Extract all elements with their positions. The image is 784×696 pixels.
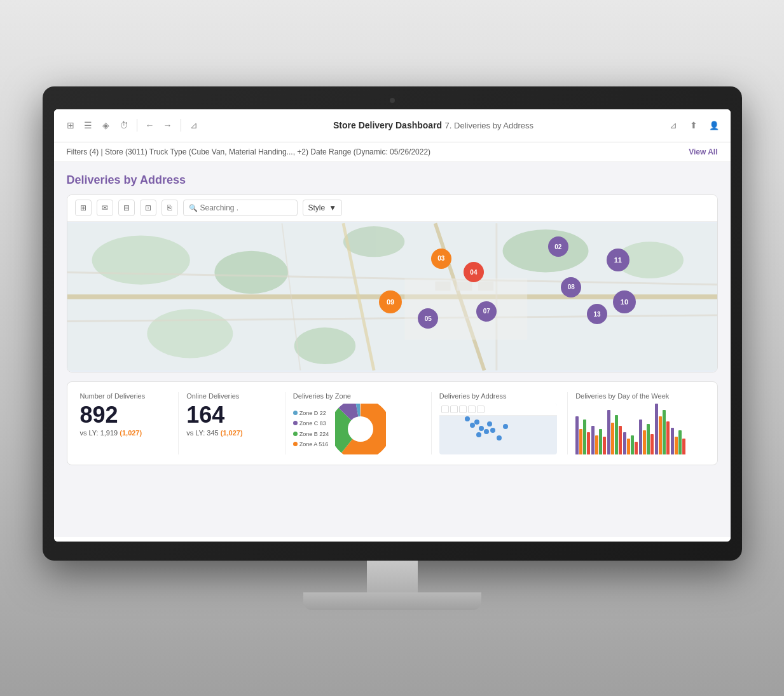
svg-point-1	[92, 235, 189, 284]
bar-group-5	[655, 404, 670, 454]
map-pin-11[interactable]: 11	[607, 249, 629, 271]
bar	[643, 430, 646, 454]
mini-dot	[474, 420, 479, 425]
online-value: 164	[186, 404, 275, 426]
deliveries-label: Number of Deliveries	[80, 392, 168, 400]
app-toolbar: Store Delivery Dashboard 7. Deliveries b…	[54, 109, 731, 142]
bar	[583, 420, 586, 454]
map-tool-envelope[interactable]: ✉	[97, 200, 113, 216]
map-toolbar: ⊞ ✉ ⊟ ⊡ ⎘ 🔍 Style ▼	[67, 195, 717, 222]
bar	[623, 432, 626, 454]
mini-dot	[465, 416, 470, 421]
filter-icon[interactable]	[188, 119, 200, 132]
clock-icon[interactable]	[118, 119, 130, 132]
bar-group-2	[607, 410, 622, 454]
bar-group-4	[639, 420, 654, 454]
stat-deliveries: Number of Deliveries 892 vs LY: 1,919 (1…	[80, 392, 179, 454]
online-compare: vs LY: 345 (1,027)	[186, 429, 275, 437]
online-label: Online Deliveries	[186, 392, 275, 400]
forward-button[interactable]	[162, 119, 174, 132]
bar	[635, 442, 638, 454]
mini-dot	[503, 424, 508, 429]
stat-by-address: Deliveries by Address	[439, 392, 568, 454]
bar	[575, 416, 579, 454]
map-tool-copy[interactable]: ⎘	[162, 200, 178, 216]
svg-point-6	[147, 309, 233, 358]
bar-group-1	[591, 426, 606, 454]
by-day-label: Deliveries by Day of the Week	[575, 392, 694, 400]
map-tool-frame[interactable]: ⊡	[140, 200, 156, 216]
bar	[682, 439, 685, 454]
mini-map-btn-4[interactable]	[468, 406, 476, 413]
map-search-input[interactable]	[200, 203, 292, 212]
toolbar-right: ⊿ ⬆	[667, 119, 720, 132]
bar	[579, 429, 582, 454]
map-pin-07[interactable]: 07	[476, 301, 497, 322]
mini-map-toolbar	[439, 404, 557, 416]
filter-right-icon[interactable]: ⊿	[667, 119, 680, 132]
list-icon[interactable]	[82, 119, 95, 132]
user-icon[interactable]	[708, 119, 720, 132]
svg-rect-18	[478, 281, 493, 290]
mini-map-btn-3[interactable]	[459, 406, 467, 413]
search-icon: 🔍	[189, 204, 198, 212]
bar	[650, 434, 654, 454]
bar-group-0	[575, 416, 590, 454]
bar	[655, 404, 658, 454]
pie-legend: Zone D 22 Zone C 83 Zone B 224 Zone A 51…	[293, 408, 329, 449]
pie-container: Zone D 22 Zone C 83 Zone B 224 Zone A 51…	[293, 404, 421, 454]
mini-map-btn-5[interactable]	[477, 406, 485, 413]
map-pin-09[interactable]: 09	[379, 290, 402, 313]
main-content: Deliveries by Address ⊞ ✉ ⊟ ⊡ ⎘ 🔍	[54, 162, 731, 537]
bar	[663, 410, 666, 454]
mini-dot	[487, 421, 492, 426]
map-pin-02[interactable]: 02	[548, 236, 568, 257]
diamond-icon[interactable]	[100, 119, 113, 132]
mini-dot	[470, 423, 475, 428]
map-search-container: 🔍	[183, 200, 298, 216]
bar	[631, 435, 634, 454]
map-pin-10[interactable]: 10	[613, 290, 636, 313]
by-zone-label: Deliveries by Zone	[293, 392, 421, 400]
bar	[603, 437, 606, 454]
filter-text: Filters (4) | Store (3011) Truck Type (C…	[67, 147, 431, 156]
bar	[647, 424, 650, 454]
app-subtitle: 7. Deliveries by Address	[445, 121, 533, 130]
deliveries-value: 892	[80, 404, 168, 426]
back-button[interactable]	[144, 119, 156, 132]
grid-icon[interactable]	[64, 119, 77, 132]
bar	[595, 435, 598, 454]
bar	[599, 429, 602, 454]
svg-rect-17	[457, 281, 472, 290]
bar	[611, 423, 614, 454]
mini-map-btn-2[interactable]	[450, 406, 458, 413]
style-select[interactable]: Style ▼	[303, 200, 343, 216]
toolbar-left	[64, 119, 200, 132]
mini-map[interactable]	[439, 404, 557, 454]
camera-dot	[390, 98, 395, 103]
svg-point-23	[348, 416, 373, 442]
svg-point-3	[343, 226, 404, 257]
stat-online: Online Deliveries 164 vs LY: 345 (1,027)	[186, 392, 285, 454]
svg-rect-16	[435, 281, 450, 290]
view-all-link[interactable]: View All	[689, 147, 717, 156]
map-tool-grid[interactable]: ⊞	[75, 200, 92, 216]
bar-chart	[575, 404, 694, 454]
map-pin-08[interactable]: 08	[561, 277, 581, 297]
filter-bar: Filters (4) | Store (3011) Truck Type (C…	[54, 142, 731, 162]
map-area[interactable]: 03 04 09 05 07 02 11 08 10 13	[67, 222, 717, 372]
map-pin-04[interactable]: 04	[464, 262, 484, 282]
section-title: Deliveries by Address	[67, 174, 718, 187]
bar	[627, 439, 630, 454]
svg-point-4	[502, 229, 588, 271]
deliveries-compare: vs LY: 1,919 (1,027)	[80, 429, 168, 437]
map-pin-03[interactable]: 03	[431, 249, 451, 269]
bar-group-3	[623, 432, 638, 454]
bar	[619, 426, 622, 454]
toolbar-separator	[137, 119, 137, 132]
share-icon[interactable]: ⬆	[687, 119, 700, 132]
mini-map-btn-1[interactable]	[441, 406, 449, 413]
bar	[666, 421, 670, 454]
map-tool-layers[interactable]: ⊟	[118, 200, 135, 216]
bar	[615, 415, 618, 454]
